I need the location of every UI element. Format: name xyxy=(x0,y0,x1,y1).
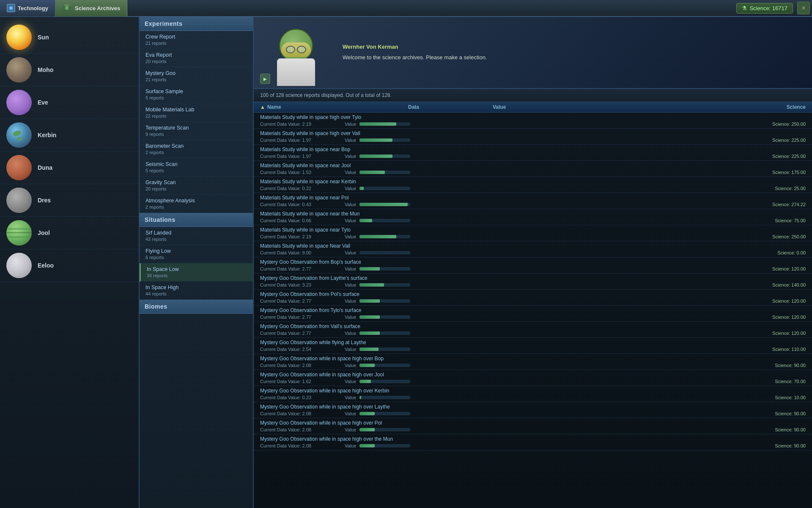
planet-item-jool[interactable]: Jool xyxy=(0,217,139,249)
value-bar-bg xyxy=(359,203,410,206)
row-value-bar: Value xyxy=(345,315,755,320)
row-science: Science: 225.00 xyxy=(755,154,806,159)
row-science: Science: 120.00 xyxy=(755,266,806,271)
value-bar-fill xyxy=(359,396,361,399)
table-row[interactable]: Materials Study while in space near Tylo… xyxy=(254,225,812,241)
experiment-item[interactable]: Gravity Scan 20 reports xyxy=(140,177,253,195)
experiment-item[interactable]: Barometer Scan 2 reports xyxy=(140,140,253,158)
row-value-bar: Value xyxy=(345,363,755,368)
experiment-item[interactable]: Crew Report 21 reports xyxy=(140,31,253,49)
table-row[interactable]: Mystery Goo Observation from Vall's surf… xyxy=(254,322,812,338)
planet-item-eeloo[interactable]: Eeloo xyxy=(0,249,139,282)
planet-item-sun[interactable]: Sun xyxy=(0,21,139,54)
row-data-value: Current Data Value: 3.23 xyxy=(260,282,345,287)
row-value-bar: Value xyxy=(345,250,755,255)
close-button[interactable]: ✕ xyxy=(797,2,810,14)
value-bar-fill xyxy=(359,299,380,303)
table-row[interactable]: Materials Study while in space near Jool… xyxy=(254,161,812,177)
table-row[interactable]: Mystery Goo Observation while in space h… xyxy=(254,402,812,418)
value-label: Value xyxy=(345,315,356,320)
table-row[interactable]: Materials Study while in space high over… xyxy=(254,129,812,145)
row-data-value: Current Data Value: 2.54 xyxy=(260,347,345,352)
tab-science-archives[interactable]: Science Archives xyxy=(55,0,127,17)
planet-item-moho[interactable]: Moho xyxy=(0,54,139,86)
experiment-item[interactable]: Surface Sample 5 reports xyxy=(140,86,253,104)
row-science: Science: 90.00 xyxy=(755,443,806,448)
situation-name: In Space High xyxy=(145,284,247,290)
kerbal-glass-left xyxy=(286,46,295,53)
value-bar-fill xyxy=(359,171,385,174)
planet-item-dres[interactable]: Dres xyxy=(0,184,139,217)
value-bar-fill xyxy=(359,283,384,287)
experiment-item[interactable]: Seismic Scan 5 reports xyxy=(140,158,253,177)
row-data-value: Current Data Value: 0.23 xyxy=(260,395,345,400)
experiment-item[interactable]: Temperature Scan 9 reports xyxy=(140,122,253,140)
table-row[interactable]: Mystery Goo Observation while in space h… xyxy=(254,354,812,370)
situation-item[interactable]: In Space Low 34 reports xyxy=(140,263,253,282)
planet-name-duna: Duna xyxy=(38,164,52,171)
table-row[interactable]: Materials Study while in space near Pol … xyxy=(254,193,812,209)
row-title: Mystery Goo Observation from Vall's surf… xyxy=(260,323,806,329)
table-row[interactable]: Materials Study while in space near Bop … xyxy=(254,145,812,161)
kerbal-figure xyxy=(269,25,324,88)
row-value-bar: Value xyxy=(345,186,755,191)
experiment-item[interactable]: Mobile Materials Lab 22 reports xyxy=(140,104,253,122)
planet-name-dres: Dres xyxy=(38,197,51,204)
row-data-value: Current Data Value: 2.77 xyxy=(260,298,345,304)
value-bar-bg xyxy=(359,380,410,383)
planet-item-duna[interactable]: Duna xyxy=(0,152,139,184)
situations-header: Situations xyxy=(140,213,253,227)
row-details: Current Data Value: 2.08 Value Science: … xyxy=(260,363,806,368)
value-bar-bg xyxy=(359,444,410,447)
table-row[interactable]: Materials Study while in space near the … xyxy=(254,209,812,225)
table-row[interactable]: Materials Study while in space near Kerb… xyxy=(254,177,812,193)
table-row[interactable]: Materials Study while in space Near Vall… xyxy=(254,241,812,257)
value-label: Value xyxy=(345,202,356,207)
table-row[interactable]: Mystery Goo Observation from Bop's surfa… xyxy=(254,257,812,273)
row-science: Science: 110.00 xyxy=(755,347,806,352)
value-label: Value xyxy=(345,298,356,304)
value-label: Value xyxy=(345,170,356,175)
col-header-name[interactable]: ▲ Name xyxy=(260,104,408,110)
experiment-count: 20 reports xyxy=(145,186,247,191)
table-row[interactable]: Mystery Goo Observation from Pol's surfa… xyxy=(254,290,812,306)
planet-sphere-jool xyxy=(6,220,32,246)
value-bar-bg xyxy=(359,122,410,126)
table-row[interactable]: Mystery Goo Observation while in space h… xyxy=(254,434,812,450)
col-header-science[interactable]: Science xyxy=(755,104,806,110)
table-row[interactable]: Mystery Goo Observation from Tylo's surf… xyxy=(254,306,812,322)
table-row[interactable]: Mystery Goo Observation while in space h… xyxy=(254,418,812,434)
value-bar-fill xyxy=(359,428,375,431)
row-title: Mystery Goo Observation while in space h… xyxy=(260,372,806,378)
value-bar-bg xyxy=(359,331,410,335)
character-image-area xyxy=(254,17,338,88)
science-icon: ⚗ xyxy=(742,5,747,11)
col-header-data[interactable]: Data xyxy=(408,104,493,110)
planet-item-kerbin[interactable]: Kerbin xyxy=(0,119,139,152)
experiment-item[interactable]: Mystery Goo 21 reports xyxy=(140,67,253,86)
planet-item-eve[interactable]: Eve xyxy=(0,86,139,119)
row-value-bar: Value xyxy=(345,298,755,304)
situation-item[interactable]: Flying Low 6 reports xyxy=(140,245,253,263)
value-label: Value xyxy=(345,186,356,191)
experiment-count: 21 reports xyxy=(145,77,247,82)
table-row[interactable]: Materials Study while in space high over… xyxy=(254,113,812,129)
table-row[interactable]: Mystery Goo Observation while in space h… xyxy=(254,386,812,402)
value-bar-bg xyxy=(359,283,410,287)
value-bar-fill xyxy=(359,138,392,142)
situation-item[interactable]: Srf Landed 43 reports xyxy=(140,227,253,245)
value-label: Value xyxy=(345,218,356,223)
tab-technology[interactable]: Technology xyxy=(0,0,55,17)
planet-name-jool: Jool xyxy=(38,229,50,236)
situation-item[interactable]: In Space High 44 reports xyxy=(140,282,253,300)
table-row[interactable]: Mystery Goo Observation from Laythe's su… xyxy=(254,273,812,290)
kerbal-body xyxy=(277,58,315,86)
experiment-item[interactable]: Atmosphere Analysis 2 reports xyxy=(140,195,253,213)
table-row[interactable]: Mystery Goo Observation while in space h… xyxy=(254,370,812,386)
value-label: Value xyxy=(345,443,356,448)
experiment-item[interactable]: Eva Report 20 reports xyxy=(140,49,253,67)
col-header-value[interactable]: Value xyxy=(493,104,755,110)
row-title: Materials Study while in space high over… xyxy=(260,114,806,120)
value-label: Value xyxy=(345,234,356,239)
table-row[interactable]: Mystery Goo Observation while flying at … xyxy=(254,338,812,354)
